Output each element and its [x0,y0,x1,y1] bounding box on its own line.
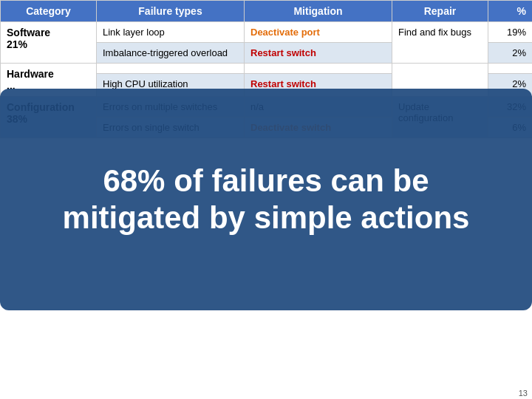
page-number: 13 [519,389,528,398]
header-mitigation: Mitigation [245,1,392,22]
table-row: Hardware... [1,64,533,74]
repair-find-fix: Find and fix bugs [392,22,488,64]
mitigation-deactivate-port: Deactivate port [245,22,392,43]
table-row: Software21% Link layer loop Deactivate p… [1,22,533,43]
percent-19: 19% [488,22,533,43]
header-category: Category [1,1,97,22]
overlay-line1: 68% of failures can be [103,163,429,198]
overlay-panel: 68% of failures can be mitigated by simp… [0,89,532,310]
header-failure-types: Failure types [97,1,245,22]
header-repair: Repair [392,1,488,22]
mitigation-restart-switch-1: Restart switch [245,43,392,64]
failure-hardware1 [97,64,245,74]
mitigation-hardware1 [245,64,392,74]
percent-2a: 2% [488,43,533,64]
category-software: Software21% [1,22,97,64]
failure-link-layer-loop: Link layer loop [97,22,245,43]
percent-hardware1 [488,64,533,74]
page-container: Category Failure types Mitigation Repair… [0,0,532,399]
overlay-line2: mitigated by simple actions [63,200,470,235]
overlay-text: 68% of failures can be mitigated by simp… [48,148,485,252]
header-percent: % [488,1,533,22]
failure-imbalance: Imbalance-triggered overload [97,43,245,64]
